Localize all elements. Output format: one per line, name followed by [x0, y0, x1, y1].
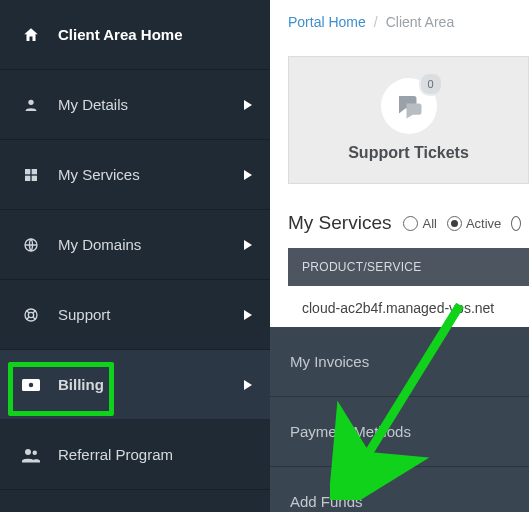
filter-all[interactable]: All [403, 216, 436, 231]
sidebar-item-label: My Domains [58, 236, 141, 253]
sidebar-item-label: My Details [58, 96, 128, 113]
breadcrumb-home-link[interactable]: Portal Home [288, 14, 366, 30]
home-icon [18, 26, 44, 44]
svg-rect-3 [25, 175, 30, 180]
section-title: My Services [288, 212, 391, 234]
table-header: PRODUCT/SERVICE [288, 248, 529, 286]
money-icon [18, 378, 44, 392]
grid-icon [18, 167, 44, 183]
radio-icon [447, 216, 462, 231]
content: Portal Home / Client Area 0 Support Tick… [270, 0, 529, 316]
card-title: Support Tickets [348, 144, 469, 162]
sidebar-item-label: Referral Program [58, 446, 173, 463]
svg-point-10 [25, 449, 31, 455]
chevron-right-icon [244, 170, 252, 180]
svg-point-0 [28, 99, 33, 104]
table-row[interactable]: cloud-ac2b4f.managed-vps.net [288, 286, 529, 316]
sidebar-item-support[interactable]: Support [0, 280, 270, 350]
radio-icon [403, 216, 418, 231]
sidebar-item-referral[interactable]: Referral Program [0, 420, 270, 490]
filter-more[interactable] [511, 216, 521, 231]
chevron-right-icon [244, 380, 252, 390]
svg-rect-1 [25, 169, 30, 174]
billing-submenu: My Invoices Payment Methods Add Funds [270, 327, 529, 512]
breadcrumb-sep: / [374, 14, 378, 30]
sidebar-item-label: My Services [58, 166, 140, 183]
chevron-right-icon [244, 240, 252, 250]
svg-rect-2 [32, 169, 37, 174]
main-area: Portal Home / Client Area 0 Support Tick… [270, 0, 529, 512]
submenu-payment-methods[interactable]: Payment Methods [270, 397, 529, 467]
svg-point-9 [29, 382, 34, 387]
life-ring-icon [18, 307, 44, 323]
services-section-header: My Services All Active [288, 212, 529, 234]
radio-label: All [422, 216, 436, 231]
svg-rect-4 [32, 175, 37, 180]
users-icon [18, 447, 44, 463]
sidebar-item-label: Billing [58, 376, 104, 393]
chat-icon: 0 [381, 78, 437, 134]
sidebar-item-label: Support [58, 306, 111, 323]
chevron-right-icon [244, 310, 252, 320]
breadcrumb-current: Client Area [386, 14, 454, 30]
sidebar-item-services[interactable]: My Services [0, 140, 270, 210]
sidebar: Client Area Home My Details My Services [0, 0, 270, 512]
user-icon [18, 97, 44, 113]
radio-icon [511, 216, 521, 231]
filter-radios: All Active [403, 216, 521, 231]
ticket-count-badge: 0 [419, 72, 443, 96]
breadcrumb: Portal Home / Client Area [288, 2, 529, 42]
chevron-right-icon [244, 100, 252, 110]
svg-point-7 [28, 312, 33, 317]
sidebar-item-label: Client Area Home [58, 26, 182, 43]
sidebar-item-home[interactable]: Client Area Home [0, 0, 270, 70]
svg-point-11 [33, 450, 38, 455]
radio-label: Active [466, 216, 501, 231]
support-tickets-card[interactable]: 0 Support Tickets [288, 56, 529, 184]
globe-icon [18, 237, 44, 253]
submenu-invoices[interactable]: My Invoices [270, 327, 529, 397]
submenu-add-funds[interactable]: Add Funds [270, 467, 529, 512]
filter-active[interactable]: Active [447, 216, 501, 231]
sidebar-item-billing[interactable]: Billing [0, 350, 270, 420]
sidebar-item-details[interactable]: My Details [0, 70, 270, 140]
sidebar-item-order[interactable]: Order New Services [0, 490, 270, 512]
sidebar-item-domains[interactable]: My Domains [0, 210, 270, 280]
